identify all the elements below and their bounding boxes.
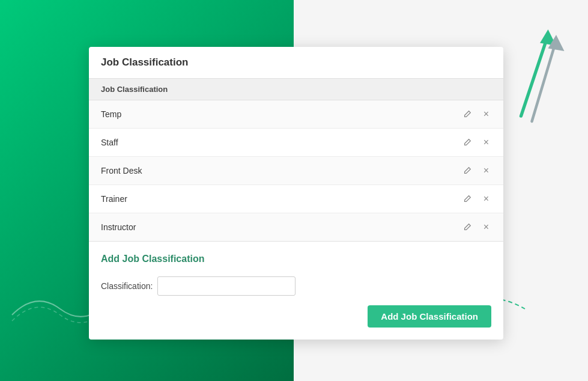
row-label-frontdesk: Front Desk [101,166,461,175]
row-actions: × [461,136,491,149]
delete-button-staff[interactable]: × [481,136,491,149]
table-row: Instructor × [89,213,503,241]
row-actions: × [461,108,491,121]
row-actions: × [461,192,491,206]
classification-input[interactable] [157,276,296,296]
close-icon: × [483,194,489,204]
delete-button-instructor[interactable]: × [481,221,491,234]
edit-button-instructor[interactable] [461,222,474,233]
row-label-instructor: Instructor [101,222,461,232]
pencil-icon [463,195,471,203]
delete-button-frontdesk[interactable]: × [481,164,491,177]
table-row: Trainer × [89,185,503,213]
row-actions: × [461,221,491,234]
edit-button-staff[interactable] [461,137,474,148]
row-actions: × [461,164,491,177]
arrow-decoration [504,24,576,132]
delete-button-trainer[interactable]: × [481,192,491,206]
close-icon: × [483,137,489,148]
row-label-temp: Temp [101,109,461,119]
row-label-trainer: Trainer [101,194,461,204]
add-section: Add Job Classification Classification: A… [89,242,503,340]
pencil-icon [463,166,471,175]
classification-form-row: Classification: [101,276,491,296]
pencil-icon [463,138,471,147]
table-row: Front Desk × [89,157,503,185]
svg-line-2 [532,40,557,121]
submit-row: Add Job Classification [101,305,491,330]
svg-line-0 [521,35,548,116]
table-row: Temp × [89,100,503,129]
edit-button-frontdesk[interactable] [461,165,474,176]
table-section: Job Classification Temp × Staff [89,79,503,242]
edit-button-temp[interactable] [461,109,474,120]
table-row: Staff × [89,129,503,157]
classification-label: Classification: [101,281,153,291]
row-label-staff: Staff [101,138,461,147]
edit-button-trainer[interactable] [461,194,474,204]
job-classification-card: Job Classification Job Classification Te… [89,47,503,340]
table-header: Job Classification [89,79,503,100]
delete-button-temp[interactable]: × [481,108,491,121]
close-icon: × [483,109,489,120]
close-icon: × [483,222,489,233]
pencil-icon [463,110,471,118]
card-title: Job Classification [89,47,503,79]
add-job-classification-button[interactable]: Add Job Classification [368,305,491,328]
pencil-icon [463,223,471,231]
add-section-title: Add Job Classification [101,254,491,264]
close-icon: × [483,165,489,176]
